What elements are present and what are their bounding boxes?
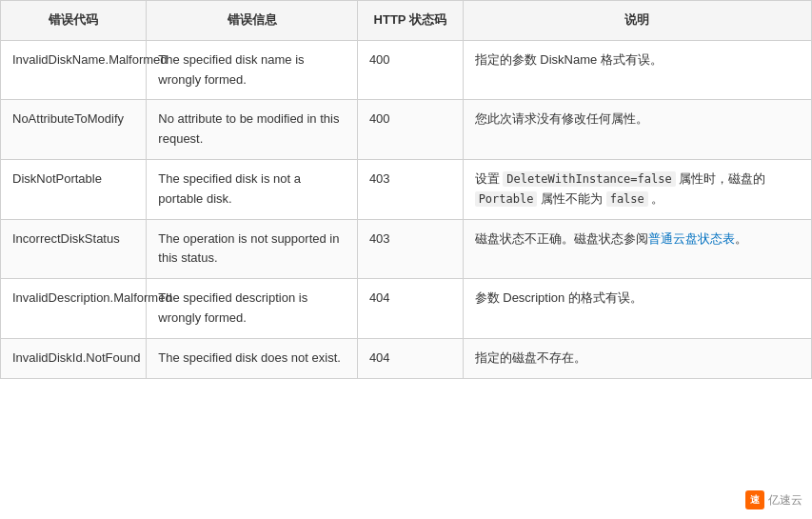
watermark-text: 亿速云 bbox=[768, 492, 802, 509]
description-cell: 指定的磁盘不存在。 bbox=[463, 338, 811, 378]
table-row: NoAttributeToModifyNo attribute to be mo… bbox=[1, 100, 812, 160]
table-row: InvalidDescription.MalformedThe specifie… bbox=[1, 279, 812, 339]
http-status-cell: 400 bbox=[357, 100, 463, 160]
error-code-cell: InvalidDiskName.Malformed bbox=[1, 40, 147, 100]
http-status-cell: 403 bbox=[357, 159, 463, 219]
description-cell: 指定的参数 DiskName 格式有误。 bbox=[463, 40, 811, 100]
col-header-http: HTTP 状态码 bbox=[357, 1, 463, 41]
error-code-cell: NoAttributeToModify bbox=[1, 100, 147, 160]
watermark: 速 亿速云 bbox=[745, 490, 802, 509]
error-message-cell: The specified description is wrongly for… bbox=[147, 279, 358, 339]
description-cell: 参数 Description 的格式有误。 bbox=[463, 279, 811, 339]
error-message-cell: The specified disk does not exist. bbox=[147, 338, 358, 378]
description-cell: 您此次请求没有修改任何属性。 bbox=[463, 100, 811, 160]
error-code-cell: IncorrectDiskStatus bbox=[1, 219, 147, 279]
error-message-cell: The operation is not supported in this s… bbox=[147, 219, 358, 279]
http-status-cell: 403 bbox=[357, 219, 463, 279]
error-message-cell: No attribute to be modified in this requ… bbox=[147, 100, 358, 160]
error-message-cell: The specified disk name is wrongly forme… bbox=[147, 40, 358, 100]
table-row: IncorrectDiskStatusThe operation is not … bbox=[1, 219, 812, 279]
http-status-cell: 400 bbox=[357, 40, 463, 100]
watermark-logo: 速 bbox=[745, 490, 764, 509]
error-code-cell: InvalidDescription.Malformed bbox=[1, 279, 147, 339]
error-code-cell: InvalidDiskId.NotFound bbox=[1, 338, 147, 378]
col-header-desc: 说明 bbox=[463, 1, 811, 41]
error-code-cell: DiskNotPortable bbox=[1, 159, 147, 219]
http-status-cell: 404 bbox=[357, 279, 463, 339]
description-cell: 磁盘状态不正确。磁盘状态参阅普通云盘状态表。 bbox=[463, 219, 811, 279]
error-message-cell: The specified disk is not a portable dis… bbox=[147, 159, 358, 219]
col-header-code: 错误代码 bbox=[1, 1, 147, 41]
col-header-message: 错误信息 bbox=[147, 1, 358, 41]
table-row: InvalidDiskName.MalformedThe specified d… bbox=[1, 40, 812, 100]
table-row: DiskNotPortableThe specified disk is not… bbox=[1, 159, 812, 219]
disk-status-link[interactable]: 普通云盘状态表 bbox=[648, 231, 735, 246]
description-cell: 设置 DeleteWithInstance=false 属性时，磁盘的 Port… bbox=[463, 159, 811, 219]
table-row: InvalidDiskId.NotFoundThe specified disk… bbox=[1, 338, 812, 378]
http-status-cell: 404 bbox=[357, 338, 463, 378]
